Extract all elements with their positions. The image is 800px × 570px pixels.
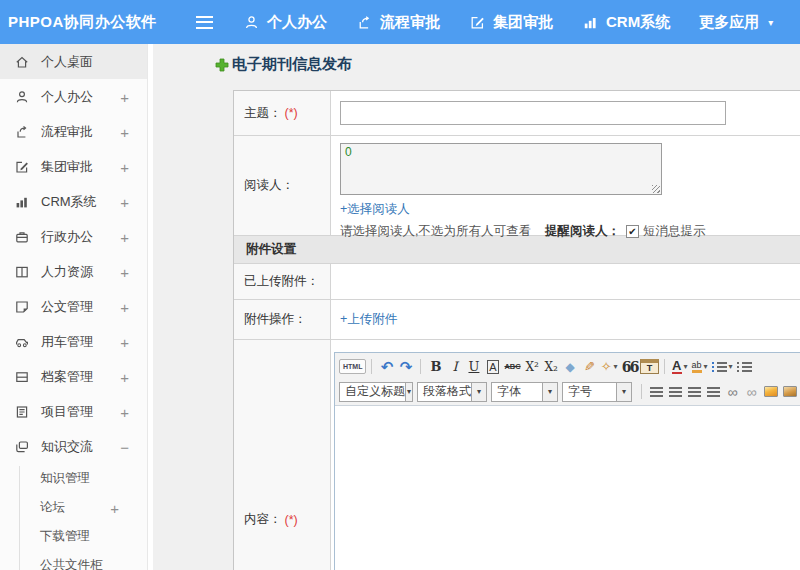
font-family-select[interactable]: 字体▾ (491, 382, 558, 402)
nav-item-4[interactable]: CRM系统 (582, 13, 670, 32)
subscript-button[interactable]: X₂ (542, 357, 561, 377)
format-painter-button[interactable]: ✎ (580, 357, 599, 377)
bold-button[interactable]: B (426, 357, 445, 377)
nav-item-3[interactable]: 集团审批 (469, 13, 553, 32)
blockquote-button[interactable]: 66 (620, 357, 640, 377)
italic-button[interactable]: I (445, 357, 464, 377)
sidebar-item-8[interactable]: 公文管理+ (0, 289, 147, 324)
image-button[interactable] (761, 382, 780, 402)
sidebar-item-11[interactable]: 项目管理+ (0, 394, 147, 429)
briefcase-icon (14, 229, 30, 245)
nav-item-label: CRM系统 (606, 13, 670, 32)
process-icon (356, 14, 373, 31)
sms-checkbox[interactable]: ✔ (626, 225, 639, 238)
sidebar-item-2[interactable]: 个人办公+ (0, 79, 147, 114)
collapse-minus-icon[interactable]: − (120, 438, 129, 455)
sidebar-item-7[interactable]: 人力资源+ (0, 254, 147, 289)
chevron-down-icon: ▾ (704, 362, 708, 371)
justify-icon (707, 387, 720, 397)
paste-as-text-button[interactable]: T (640, 359, 659, 374)
sidebar-subitem-3[interactable]: 下载管理 (0, 522, 147, 551)
subject-label: 主题： (*) (234, 91, 331, 135)
font-family-select-label: 字体 (497, 383, 521, 400)
expand-plus-icon[interactable]: + (120, 228, 129, 245)
html-source-button[interactable]: HTML (339, 359, 366, 374)
expand-plus-icon[interactable]: + (120, 368, 129, 385)
highlight-button[interactable]: ab▾ (690, 357, 710, 377)
expand-plus-icon[interactable]: + (120, 158, 129, 175)
expand-plus-icon[interactable]: + (120, 193, 129, 210)
heading-select[interactable]: 自定义标题▾ (339, 382, 413, 402)
process-icon (14, 124, 30, 140)
sidebar-item-4[interactable]: 集团审批+ (0, 149, 147, 184)
unlink-icon: ∞ (747, 384, 757, 400)
expand-plus-icon[interactable]: + (120, 88, 129, 105)
paragraph-select-label: 段落格式 (423, 383, 471, 400)
justify-button[interactable] (704, 382, 723, 402)
select-readers-link[interactable]: +选择阅读人 (340, 201, 800, 218)
readers-row: 阅读人： 0 +选择阅读人 请选择阅读人,不选为所有人可查看 提醒阅读人： ✔ … (234, 136, 800, 236)
expand-plus-icon[interactable]: + (120, 123, 129, 140)
remove-format-button[interactable]: ◆ (561, 357, 580, 377)
link-button[interactable]: ∞ (723, 382, 742, 402)
font-color-button[interactable]: A▾ (670, 357, 689, 377)
readers-textarea[interactable]: 0 (340, 143, 662, 195)
nav-item-5[interactable]: 更多应用▾ (699, 13, 773, 32)
sidebar-subitem-4[interactable]: 公共文件柜 (0, 551, 147, 570)
sidebar-item-3[interactable]: 流程审批+ (0, 114, 147, 149)
top-nav: 个人办公流程审批集团审批CRM系统更多应用▾ (243, 13, 800, 32)
quick-format-button[interactable]: ✧▾ (599, 357, 620, 377)
undo-icon: ↶ (381, 358, 394, 376)
expand-plus-icon[interactable]: + (110, 499, 119, 516)
chevron-down-icon: ▾ (729, 362, 733, 371)
paragraph-select[interactable]: 段落格式▾ (417, 382, 487, 402)
underline-button[interactable]: U (464, 357, 483, 377)
align-center-button[interactable] (666, 382, 685, 402)
redo-button[interactable]: ↷ (396, 357, 415, 377)
sidebar-item-label: 集团审批 (41, 158, 93, 176)
superscript-button[interactable]: X² (523, 357, 542, 377)
ordered-list-button[interactable]: ▾ (710, 357, 735, 377)
expand-plus-icon[interactable]: + (120, 263, 129, 280)
nav-item-1[interactable]: 个人办公 (243, 13, 327, 32)
nav-item-2[interactable]: 流程审批 (356, 13, 440, 32)
editor-content-area[interactable] (335, 406, 800, 570)
subscript-icon: X₂ (545, 360, 558, 374)
bold-icon: B (430, 359, 441, 374)
sidebar-item-label: 公文管理 (41, 298, 93, 316)
sidebar-item-12[interactable]: 知识交流− (0, 429, 147, 464)
undo-button[interactable]: ↶ (377, 357, 396, 377)
toolbar-separator (664, 359, 665, 374)
sidebar-item-9[interactable]: 用车管理+ (0, 324, 147, 359)
media-button[interactable] (780, 382, 799, 402)
subject-input[interactable] (340, 101, 726, 125)
sidebar-item-10[interactable]: 档案管理+ (0, 359, 147, 394)
toolbar-separator (420, 359, 421, 374)
sidebar-subitem-2[interactable]: 论坛+ (0, 493, 147, 522)
sidebar-subitem-1[interactable]: 知识管理 (0, 464, 147, 493)
unlink-button[interactable]: ∞ (742, 382, 761, 402)
strikethrough-button[interactable]: ABC (502, 357, 522, 377)
expand-plus-icon[interactable]: + (120, 298, 129, 315)
uploaded-attachments-value (331, 264, 800, 299)
font-attr-button[interactable]: A (483, 357, 502, 377)
attachments-section-header: 附件设置 (234, 236, 800, 264)
align-left-button[interactable] (647, 382, 666, 402)
align-right-button[interactable] (685, 382, 704, 402)
sidebar-subitem-label: 公共文件柜 (40, 557, 103, 570)
font-size-select[interactable]: 字号▾ (562, 382, 632, 402)
upload-attachment-link[interactable]: +上传附件 (340, 311, 800, 328)
remove-format-icon: ◆ (566, 360, 575, 374)
align-left-icon (650, 387, 663, 397)
document-icon (14, 299, 30, 315)
sidebar-item-6[interactable]: 行政办公+ (0, 219, 147, 254)
menu-toggle-icon[interactable] (196, 16, 213, 29)
sidebar-item-1[interactable]: 个人桌面 (0, 44, 147, 79)
sidebar-item-5[interactable]: CRM系统+ (0, 184, 147, 219)
person-icon (14, 89, 30, 105)
unordered-list-button[interactable] (735, 357, 754, 377)
expand-plus-icon[interactable]: + (120, 403, 129, 420)
required-mark: (*) (285, 513, 298, 527)
expand-plus-icon[interactable]: + (120, 333, 129, 350)
resize-grip-icon[interactable] (652, 185, 660, 193)
